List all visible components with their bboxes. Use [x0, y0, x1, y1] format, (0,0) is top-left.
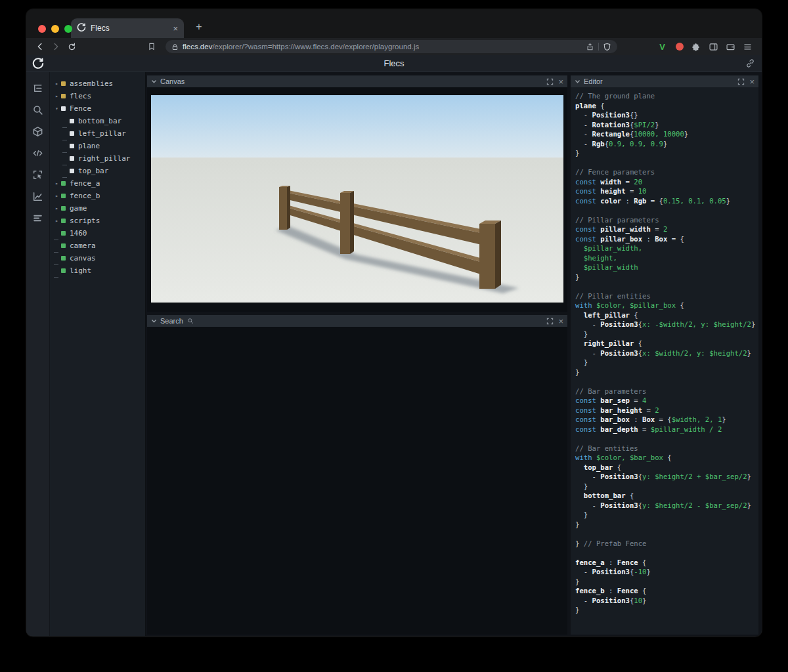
code-line: $pillar_width [575, 262, 758, 272]
code-line: top_bar { [575, 463, 758, 472]
editor-code[interactable]: // The ground planeplane { - Position3{}… [571, 87, 758, 635]
tree-item-label: fence_b [70, 192, 100, 200]
canvas-panel-title: Canvas [160, 77, 185, 85]
code-icon[interactable] [30, 145, 46, 161]
bookmark-icon[interactable] [144, 39, 159, 54]
code-line: } [575, 358, 758, 368]
search-panel-header: Search × [147, 315, 567, 327]
close-window-button[interactable] [38, 25, 46, 33]
code-line: - Rotation3{$PI/2} [575, 120, 758, 130]
expand-icon[interactable] [546, 318, 554, 325]
chevron-right-icon[interactable]: ▸ [53, 205, 61, 211]
code-line: fence_b : Fence { [575, 586, 758, 596]
chevron-right-icon[interactable]: ▸ [53, 193, 61, 199]
prefab-square-icon [70, 119, 74, 123]
chevron-right-icon[interactable]: ▸ [53, 180, 61, 186]
code-line: plane { [575, 101, 758, 111]
tab-title: Flecs [91, 24, 168, 33]
entity-square-icon [61, 243, 66, 248]
share-icon[interactable] [586, 43, 594, 51]
tree-item-assemblies[interactable]: ▸assemblies [50, 77, 145, 90]
back-button[interactable] [33, 39, 47, 54]
tree-item-top_bar[interactable]: top_bar [50, 165, 145, 177]
sidebar-toggle-icon[interactable] [706, 39, 721, 54]
tree-item-scripts[interactable]: ▸scripts [50, 215, 145, 227]
forward-button[interactable] [49, 39, 63, 54]
tree-item-flecs[interactable]: ▸flecs [50, 90, 145, 102]
minimize-window-button[interactable] [51, 25, 59, 33]
chevron-down-icon[interactable] [575, 79, 580, 84]
wallet-icon[interactable] [723, 39, 738, 54]
code-line: $pillar_width, [575, 243, 758, 253]
expand-icon[interactable] [737, 78, 745, 85]
code-line [575, 377, 758, 387]
tree-item-left_pillar[interactable]: left_pillar [50, 127, 145, 140]
browser-window: Flecs × + flecs.dev/explorer/?wasm=https… [26, 9, 762, 637]
chevron-right-icon[interactable]: ▸ [53, 218, 61, 224]
search-results-area[interactable] [147, 327, 567, 635]
tree-item-camera[interactable]: camera [50, 240, 145, 252]
lock-icon [171, 43, 179, 51]
tree-item-1460[interactable]: 1460 [50, 227, 145, 240]
canvas-viewport[interactable] [151, 95, 563, 303]
editor-panel-header: Editor × [571, 75, 758, 87]
tree-item-label: 1460 [70, 229, 87, 238]
divider [598, 43, 599, 51]
violentmonkey-extension-icon[interactable]: V [655, 39, 670, 54]
close-panel-icon[interactable]: × [558, 77, 563, 86]
cube-icon[interactable] [30, 123, 46, 139]
expand-icon[interactable] [546, 78, 554, 85]
chart-icon[interactable] [30, 188, 46, 204]
chevron-right-icon[interactable]: ▸ [53, 93, 61, 99]
flecs-logo-icon[interactable] [32, 58, 44, 70]
search-icon [187, 318, 194, 324]
tree-icon[interactable] [30, 80, 46, 96]
chevron-down-icon[interactable]: ▾ [53, 106, 61, 112]
tree-item-plane[interactable]: plane [50, 140, 145, 152]
reload-button[interactable] [64, 39, 79, 54]
red-extension-icon[interactable] [672, 39, 687, 54]
prefab-square-icon [70, 144, 74, 148]
tree-item-light[interactable]: light [50, 264, 145, 277]
tree-item-label: Fence [70, 104, 91, 113]
close-panel-icon[interactable]: × [749, 77, 755, 86]
extensions-puzzle-icon[interactable] [689, 39, 704, 54]
browser-tab[interactable]: Flecs × [71, 18, 184, 38]
center-column: Canvas × [146, 72, 569, 636]
stats-icon[interactable] [30, 210, 46, 226]
code-line: const pillar_width = 2 [575, 224, 758, 234]
tree-item-label: assemblies [70, 79, 113, 88]
code-line: with $color, $pillar_box { [575, 301, 758, 310]
close-panel-icon[interactable]: × [558, 317, 563, 326]
tree-item-game[interactable]: ▸game [50, 202, 145, 215]
tree-item-right_pillar[interactable]: right_pillar [50, 152, 145, 165]
tree-item-label: game [70, 204, 87, 213]
code-line: const bar_box : Box = {$width, 2, 1} [575, 415, 758, 425]
tree-item-label: bottom_bar [78, 117, 121, 125]
menu-icon[interactable] [740, 39, 755, 54]
address-bar[interactable]: flecs.dev/explorer/?wasm=https://www.fle… [165, 40, 617, 53]
code-line: } [575, 605, 758, 615]
new-tab-button[interactable]: + [190, 18, 208, 35]
search-icon[interactable] [30, 102, 46, 117]
code-line: - Position3{y: $height/2 - $bar_sep/2} [575, 501, 758, 511]
prefab-square-icon [61, 106, 66, 111]
code-line [575, 158, 758, 168]
tree-item-Fence[interactable]: ▾Fence [50, 102, 145, 115]
close-tab-icon[interactable]: × [173, 24, 178, 33]
link-icon[interactable] [745, 58, 755, 68]
zoom-window-button[interactable] [64, 25, 72, 33]
tree-item-fence_b[interactable]: ▸fence_b [50, 190, 145, 202]
chevron-down-icon[interactable] [151, 79, 157, 84]
url-path: /explorer/?wasm=https://www.flecs.dev/ex… [212, 43, 419, 51]
inspector-icon[interactable] [30, 167, 46, 182]
code-line: } [575, 148, 758, 158]
tree-item-bottom_bar[interactable]: bottom_bar [50, 115, 145, 127]
tree-item-canvas[interactable]: canvas [50, 252, 145, 264]
brave-shield-icon[interactable] [603, 43, 611, 51]
tree-item-fence_a[interactable]: ▸fence_a [50, 177, 145, 190]
code-line: const bar_depth = $pillar_width / 2 [575, 425, 758, 434]
chevron-down-icon[interactable] [151, 318, 157, 324]
entity-square-icon [61, 231, 66, 236]
chevron-right-icon[interactable]: ▸ [53, 81, 61, 87]
